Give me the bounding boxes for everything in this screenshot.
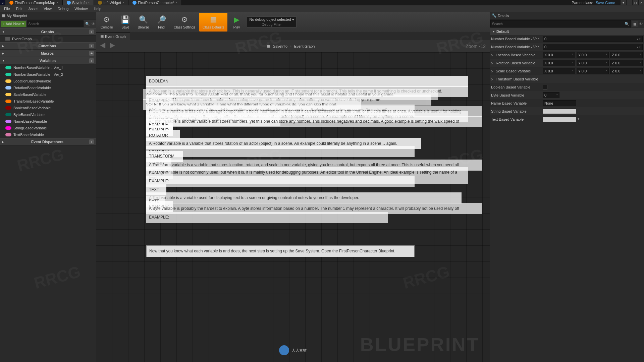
window-close[interactable]: ✕	[639, 0, 644, 5]
rot-y-input[interactable]: Y 0.0▾	[577, 60, 609, 66]
search-icon[interactable]: 🔍	[84, 22, 91, 26]
details-tab[interactable]: 🔧Details	[490, 12, 644, 19]
menu-help[interactable]: Help	[91, 6, 104, 11]
var-number1[interactable]: NumberBasedVariable - Ver_1	[0, 64, 96, 71]
window-maximize[interactable]: ▢	[633, 0, 638, 5]
number1-input[interactable]: 0▲▼	[543, 36, 643, 42]
expand-icon[interactable]: ▷	[491, 62, 494, 65]
menu-edit[interactable]: Edit	[13, 6, 25, 11]
debug-object-combo[interactable]: No debug object selected ▾ Debug Filter	[247, 16, 296, 27]
tab-firstperson-character[interactable]: FirstPersonCharacter*×	[128, 0, 182, 5]
class-settings-button[interactable]: ⚙Class Settings	[170, 13, 199, 32]
menu-asset[interactable]: Asset	[26, 6, 41, 11]
expand-icon[interactable]: ▷	[491, 78, 494, 81]
add-macro-button[interactable]: +	[89, 51, 94, 56]
menu-file[interactable]: File	[1, 6, 13, 11]
comment-node[interactable]: EXAMPLE:	[146, 176, 415, 187]
details-panel: 🔧Details 🔍 ▦ 👁 Default Number Based Vari…	[490, 12, 644, 362]
search-input[interactable]	[27, 20, 84, 27]
string-input[interactable]	[543, 109, 576, 114]
string-pill-icon	[5, 126, 11, 130]
var-rotation[interactable]: RotationBasedVariable	[0, 84, 96, 91]
comment-node[interactable]: EXAMPLE:	[146, 212, 388, 223]
section-graphs[interactable]: Graphs+	[0, 28, 96, 36]
nav-back[interactable]: ⯇	[100, 42, 107, 50]
browse-button[interactable]: 🔍Browse	[135, 13, 152, 32]
bool-checkbox[interactable]	[543, 85, 547, 89]
close-icon[interactable]: ×	[122, 1, 124, 4]
close-icon[interactable]: ×	[88, 1, 90, 4]
breadcrumb-root[interactable]: SaveInfo	[273, 44, 287, 48]
event-graph-tab[interactable]: ▦Event Graph	[96, 33, 130, 40]
comment-node[interactable]: A Float variable is another variable tha…	[146, 116, 482, 127]
prop-byte: Byte Based Variable 0▾	[490, 91, 644, 99]
byte-input[interactable]: 0▾	[543, 92, 559, 98]
menu-debug[interactable]: Debug	[55, 6, 71, 11]
var-text[interactable]: TextBasedVariable	[0, 131, 96, 138]
graph-item-eventgraph[interactable]: EventGraph	[0, 36, 96, 42]
close-icon[interactable]: ×	[176, 1, 177, 4]
var-transform[interactable]: TransformBasedVariable	[0, 98, 96, 105]
add-dispatcher-button[interactable]: +	[89, 139, 94, 144]
section-variables[interactable]: Variables+	[0, 57, 96, 64]
scale-x-input[interactable]: X 0.0▾	[543, 68, 575, 74]
name-input[interactable]: None	[543, 100, 576, 106]
add-variable-button[interactable]: +	[89, 58, 94, 63]
top-tabs: FirstPersonExampleMap× SaveInfo× InfoWid…	[5, 0, 182, 5]
add-new-button[interactable]: + Add New▾	[1, 21, 26, 27]
add-function-button[interactable]: +	[89, 44, 94, 48]
loc-z-input[interactable]: Z 0.0▾	[610, 52, 643, 58]
loc-x-input[interactable]: X 0.0▾	[543, 52, 575, 58]
spinner-icon[interactable]: ▲▼	[636, 38, 641, 40]
comment-next-step[interactable]: Now that you know what each variable is …	[146, 245, 415, 257]
text-input[interactable]	[543, 117, 576, 122]
nav-forward[interactable]: ⯈	[109, 42, 116, 50]
menu-window[interactable]: Window	[72, 6, 90, 11]
save-button[interactable]: 💾Save	[117, 13, 134, 32]
section-event-dispatchers[interactable]: Event Dispatchers+	[0, 138, 96, 145]
var-name[interactable]: NameBasedVariable	[0, 118, 96, 125]
var-scale[interactable]: ScaleBasedVariable	[0, 91, 96, 98]
scale-y-input[interactable]: Y 0.0▾	[577, 68, 609, 74]
find-button[interactable]: 🔎Find	[153, 13, 170, 32]
graph-canvas[interactable]: BOOLEAN A Boolean is a variable that sto…	[96, 52, 490, 362]
parent-class-link[interactable]: Save Game	[596, 1, 615, 5]
window-minimize[interactable]: –	[627, 0, 632, 5]
loc-y-input[interactable]: Y 0.0▾	[577, 52, 609, 58]
class-defaults-button[interactable]: ▦Class Defaults	[199, 13, 227, 32]
eye-icon[interactable]: 👁	[92, 22, 95, 26]
number2-input[interactable]: 0▲▼	[543, 44, 643, 50]
my-blueprint-tab[interactable]: ▦My Blueprint	[0, 12, 96, 19]
comment-boolean-header[interactable]: BOOLEAN	[146, 76, 468, 87]
var-byte[interactable]: ByteBasedVariable	[0, 111, 96, 118]
scale-z-input[interactable]: Z 0.0▾	[610, 68, 643, 74]
breadcrumb-current[interactable]: Event Graph	[294, 44, 315, 48]
menu-view[interactable]: View	[41, 6, 54, 11]
var-location[interactable]: LocationBasedVariable	[0, 78, 96, 84]
spinner-icon[interactable]: ▲▼	[636, 46, 641, 48]
var-number2[interactable]: NumberBasedVariable - Ver_2	[0, 71, 96, 78]
play-button[interactable]: ▶Play	[228, 13, 245, 32]
tab-firstperson-map[interactable]: FirstPersonExampleMap×	[5, 0, 63, 5]
expand-icon[interactable]: ▷	[491, 70, 494, 73]
close-icon[interactable]: ×	[56, 1, 58, 4]
default-section[interactable]: Default	[490, 28, 644, 35]
expand-icon[interactable]: ▷	[491, 54, 494, 57]
var-string[interactable]: StringBasedVariable	[0, 125, 96, 131]
rot-z-input[interactable]: Z 0.0▾	[610, 60, 643, 66]
comment-node[interactable]: A Text variable is a variable used for d…	[146, 192, 462, 203]
chevron-down-icon[interactable]: ▾	[578, 117, 580, 122]
section-functions[interactable]: Functions+	[0, 42, 96, 50]
comment-node[interactable]: EXAMPLE:	[146, 146, 415, 157]
rot-x-input[interactable]: X 0.0▾	[543, 60, 575, 66]
compile-button[interactable]: ⚙Compile	[97, 13, 116, 32]
section-macros[interactable]: Macros+	[0, 50, 96, 57]
view-grid-button[interactable]: ▦	[632, 21, 638, 27]
eye-icon[interactable]: 👁	[638, 22, 644, 26]
details-search[interactable]: 🔍	[490, 20, 631, 27]
add-graph-button[interactable]: +	[89, 29, 94, 34]
window-extra[interactable]: ▾	[621, 0, 626, 5]
var-boolean[interactable]: BooleanBasedVariable	[0, 105, 96, 111]
tab-infowidget[interactable]: InfoWidget×	[94, 0, 128, 5]
tab-saveinfo[interactable]: SaveInfo×	[63, 0, 94, 5]
